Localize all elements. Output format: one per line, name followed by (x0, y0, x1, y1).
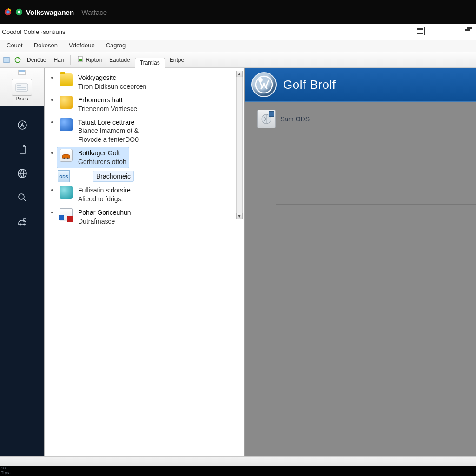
svg-rect-9 (19, 70, 25, 72)
svg-point-18 (23, 224, 25, 225)
car-lock-icon[interactable] (16, 216, 28, 228)
tree-item[interactable]: VokkyagositcTiron Didksun coeorcen (57, 72, 149, 93)
content-title: Golf Brolf (283, 78, 336, 92)
tab-entpe[interactable]: Entpe (167, 56, 187, 64)
scroll-track[interactable] (236, 77, 243, 213)
tree-item[interactable]: Fullisatin s:dorsireAlieod to fdrigs: (57, 184, 133, 205)
menu-item[interactable]: Dokesen (28, 40, 63, 52)
navigation-tree: VokkyagositcTiron Didksun coeorcen Erbom… (44, 68, 244, 458)
vw-logo-icon (251, 72, 277, 97)
search-icon[interactable] (16, 192, 28, 204)
table-row[interactable] (276, 135, 476, 149)
table-row[interactable] (276, 177, 476, 191)
tool-ripton[interactable]: Ripton (74, 55, 105, 65)
svg-point-16 (19, 194, 24, 199)
table-row[interactable] (276, 191, 476, 205)
tree-item[interactable]: Pohar GoriceuhunDutrafmasce (57, 206, 134, 228)
car-doc-icon (60, 149, 73, 162)
tree-item[interactable]: Erbomenrs hattTrienenom Vottlesce (57, 94, 140, 115)
compass-icon[interactable] (16, 119, 28, 131)
menu-item[interactable]: Cagrog (100, 40, 132, 52)
tool-icon-home[interactable] (2, 55, 11, 65)
toolbar-separator (70, 55, 71, 65)
svg-rect-11 (17, 85, 21, 86)
table-row[interactable] (276, 149, 476, 163)
divider (315, 119, 472, 119)
maximize-button[interactable] (416, 27, 425, 35)
left-column: Pises (0, 68, 44, 458)
svg-rect-12 (17, 87, 26, 88)
left-big-button[interactable] (12, 79, 32, 96)
svg-point-1 (6, 10, 9, 13)
svg-rect-4 (4, 57, 9, 63)
tree-item[interactable]: Tatuat Lore cettrareBiance Imamom ot &Fl… (57, 116, 141, 146)
footer-text: 10 Tryra (1, 466, 11, 475)
main-area: Pises VokkyagositcTiron Didksun coeorcen… (0, 68, 476, 458)
svg-rect-13 (17, 89, 26, 90)
tool-eautude[interactable]: Eautude (106, 56, 133, 64)
menubar: Couet Dokesen Vdofdoue Cagrog (0, 40, 476, 52)
left-tool-block: Pises (0, 68, 44, 106)
scrollbar[interactable]: ▲ ▼ (236, 71, 243, 219)
tool-icon-refresh[interactable] (13, 55, 22, 65)
tool-han[interactable]: Han (51, 56, 66, 64)
app-title: Volkswaganen · Watface (26, 8, 109, 16)
os-titlebar: Volkswaganen · Watface – (0, 0, 476, 24)
left-mini-icon[interactable] (18, 69, 26, 77)
tab-trantias[interactable]: Trantias (135, 58, 165, 68)
ods-icon: ODS (58, 170, 70, 182)
minimize-button[interactable]: – (459, 7, 472, 17)
globe-blue-icon (60, 118, 73, 131)
svg-point-14 (18, 121, 26, 129)
content-panel: Golf Brolf Sam ODS (244, 68, 476, 458)
browser-icon-1 (4, 8, 12, 16)
browser-icon-2 (15, 8, 23, 16)
document-icon[interactable] (16, 143, 28, 155)
tree-item-selected[interactable]: Bottkager GoltGdrhturcr's ottoh (57, 147, 129, 168)
content-rows (276, 135, 476, 205)
tree-subitem[interactable]: Brachomeic (93, 171, 134, 182)
docs-red-icon (60, 208, 73, 221)
window-title: Goodof Cobler·sontiuns (2, 28, 66, 35)
table-row[interactable] (276, 163, 476, 177)
restore-button[interactable] (464, 27, 473, 35)
window-chrome: Goodof Cobler·sontiuns (0, 24, 476, 40)
svg-rect-7 (79, 59, 82, 61)
scroll-down-icon[interactable]: ▼ (236, 213, 243, 219)
scroll-up-icon[interactable]: ▲ (236, 71, 243, 77)
svg-point-3 (18, 11, 20, 13)
content-header: Golf Brolf (245, 68, 476, 102)
svg-point-17 (20, 224, 21, 225)
svg-point-20 (63, 158, 65, 159)
menu-item[interactable]: Vdofdoue (63, 40, 100, 52)
left-big-label: Pises (16, 96, 28, 101)
globe-icon[interactable] (16, 167, 28, 179)
shield-icon (60, 186, 73, 199)
tool-dentite[interactable]: Denötie (24, 56, 49, 64)
warning-icon (60, 96, 73, 109)
content-subheader: Sam ODS (245, 102, 476, 132)
status-bar (0, 456, 476, 466)
content-sub-label: Sam ODS (280, 115, 310, 123)
toolbar: Denötie Han Ripton Eautude Trantias Entp… (0, 52, 476, 68)
doc-green-icon (77, 56, 84, 64)
menu-item[interactable]: Couet (1, 40, 28, 52)
side-iconbar (0, 106, 44, 458)
folder-icon (60, 73, 73, 86)
svg-point-21 (67, 158, 68, 159)
vehicle-thumb-icon[interactable] (257, 110, 276, 128)
